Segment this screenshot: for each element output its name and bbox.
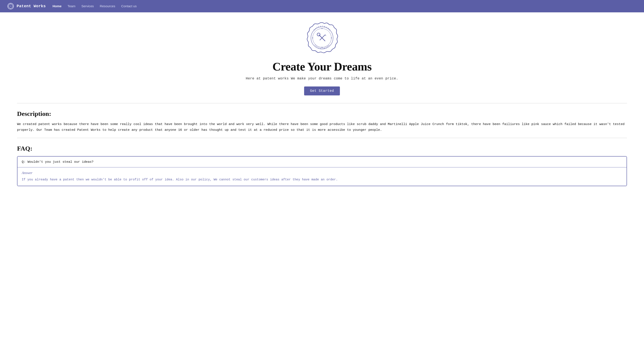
nav-logo-area: PW Patent Works	[7, 2, 46, 10]
nav-link-contact[interactable]: Contact us	[121, 4, 137, 8]
nav-item-contact[interactable]: Contact us	[121, 4, 137, 8]
hero-subtitle: Here at patent works We make your dreams…	[246, 77, 398, 80]
nav-link-services[interactable]: Services	[81, 4, 94, 8]
faq-answer-label-1: Answer	[22, 171, 622, 175]
description-title: Description:	[17, 110, 627, 118]
faq-answer-text-1: If you already have a patent then we wou…	[22, 177, 622, 182]
faq-section: FAQ: Q: Wouldn't you just steal our idea…	[0, 138, 644, 191]
nav-item-resources[interactable]: Resources	[100, 4, 115, 8]
nav-item-services[interactable]: Services	[81, 4, 94, 8]
faq-question-1: Q: Wouldn't you just steal our ideas?	[18, 156, 626, 168]
nav-item-home[interactable]: Home	[52, 4, 62, 8]
svg-point-11	[322, 28, 322, 29]
faq-title: FAQ:	[17, 145, 627, 152]
svg-line-9	[320, 35, 325, 40]
faq-item-1: Q: Wouldn't you just steal our ideas? An…	[17, 156, 627, 186]
svg-text:PW: PW	[10, 6, 12, 7]
svg-text:PATENTWORKS: PATENTWORKS	[313, 25, 331, 38]
nav-links: Home Team Services Resources Contact us	[52, 4, 137, 8]
nav-link-resources[interactable]: Resources	[100, 4, 115, 8]
hero-badge-logo: PATENTWORKS PATENTWORKS	[305, 21, 339, 55]
get-started-button[interactable]: Get Started	[304, 86, 340, 96]
hero-title: Create Your Dreams	[272, 60, 372, 73]
nav-logo-icon: PW	[7, 2, 14, 10]
faq-answer-area-1: Answer If you already have a patent then…	[18, 168, 626, 186]
navbar: PW Patent Works Home Team Services Resou…	[0, 0, 644, 12]
description-body: We created patent works because there ha…	[17, 122, 627, 133]
hero-section: PATENTWORKS PATENTWORKS Create Your Drea…	[0, 12, 644, 103]
svg-point-12	[322, 47, 322, 48]
nav-brand: Patent Works	[16, 4, 46, 8]
nav-item-team[interactable]: Team	[68, 4, 76, 8]
svg-point-14	[331, 38, 332, 38]
svg-marker-10	[325, 34, 326, 36]
nav-link-team[interactable]: Team	[68, 4, 76, 8]
nav-link-home[interactable]: Home	[52, 4, 62, 8]
svg-point-13	[312, 38, 313, 38]
svg-point-8	[317, 33, 320, 36]
description-section: Description: We created patent works bec…	[0, 103, 644, 138]
